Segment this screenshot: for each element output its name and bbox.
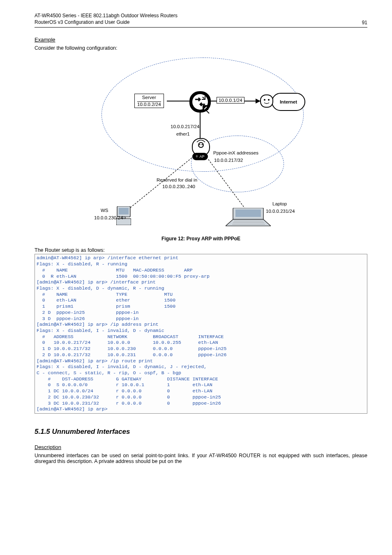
header-line1: AT-WR4500 Series - IEEE 802.11abgh Outdo… bbox=[35, 13, 178, 18]
laptop-name: Laptop bbox=[272, 201, 287, 206]
subsection-heading: 5.1.5 Unnumbered Interfaces bbox=[35, 428, 367, 436]
figure-caption: Figure 12: Proxy ARP with PPPoE bbox=[35, 236, 367, 242]
pppoe-ip: 10.0.0.217/32 bbox=[214, 158, 243, 163]
ether1-label: ether1 bbox=[176, 131, 190, 136]
server-ip: 10.0.0.2/24 bbox=[137, 102, 161, 107]
net-ip-box: 10.0.0.1/24 bbox=[217, 97, 244, 104]
header-rule bbox=[35, 27, 367, 28]
figure-proxy-arp: Server 10.0.0.2/24 bbox=[35, 55, 367, 232]
reserved-ip: 10.0.0.230..240 bbox=[162, 184, 195, 189]
globe-icon bbox=[260, 94, 273, 108]
svg-rect-14 bbox=[119, 208, 129, 214]
example-heading: Example bbox=[35, 37, 367, 43]
svg-point-8 bbox=[264, 99, 265, 101]
svg-point-10 bbox=[198, 143, 203, 147]
code-listing: admin@AT-WR4562] ip arp> /interface ethe… bbox=[35, 254, 367, 414]
router-icon bbox=[189, 91, 211, 113]
internet-cloud: Internet bbox=[272, 93, 305, 111]
ws-name: WS bbox=[101, 208, 108, 213]
example-intro: Consider the following configuration: bbox=[35, 45, 367, 51]
server-box: Server 10.0.0.2/24 bbox=[134, 94, 164, 108]
svg-point-11 bbox=[199, 144, 201, 145]
net-ip: 10.0.0.1/24 bbox=[219, 98, 242, 103]
description-body: Unnumbered interfaces can be used on ser… bbox=[35, 453, 367, 464]
laptop-ip: 10.0.0.231/24 bbox=[266, 209, 295, 214]
header-line2: RouterOS v3 Configuration and User Guide bbox=[35, 19, 129, 25]
page-header: AT-WR4500 Series - IEEE 802.11abgh Outdo… bbox=[35, 12, 367, 25]
reserved-label: Reserved for dial in bbox=[157, 177, 197, 182]
svg-rect-18 bbox=[235, 210, 261, 217]
svg-point-12 bbox=[202, 144, 203, 145]
server-label: Server bbox=[142, 95, 156, 100]
wifi-ap-icon: ᯤAP bbox=[196, 154, 204, 159]
description-heading: Description bbox=[35, 444, 367, 450]
laptop-icon bbox=[226, 208, 271, 227]
pppoe-label: Pppoe-inX addresses bbox=[213, 150, 258, 155]
ws-ip: 10.0.0.230/24 bbox=[94, 215, 123, 220]
ap-badge: ᯤAP bbox=[192, 153, 208, 160]
page-number: 91 bbox=[362, 20, 367, 25]
follows-text: The Router setup is as follows: bbox=[35, 247, 367, 253]
trunk-ip: 10.0.0.217/24 bbox=[171, 124, 199, 129]
internet-label: Internet bbox=[280, 99, 297, 104]
svg-point-9 bbox=[268, 99, 270, 101]
